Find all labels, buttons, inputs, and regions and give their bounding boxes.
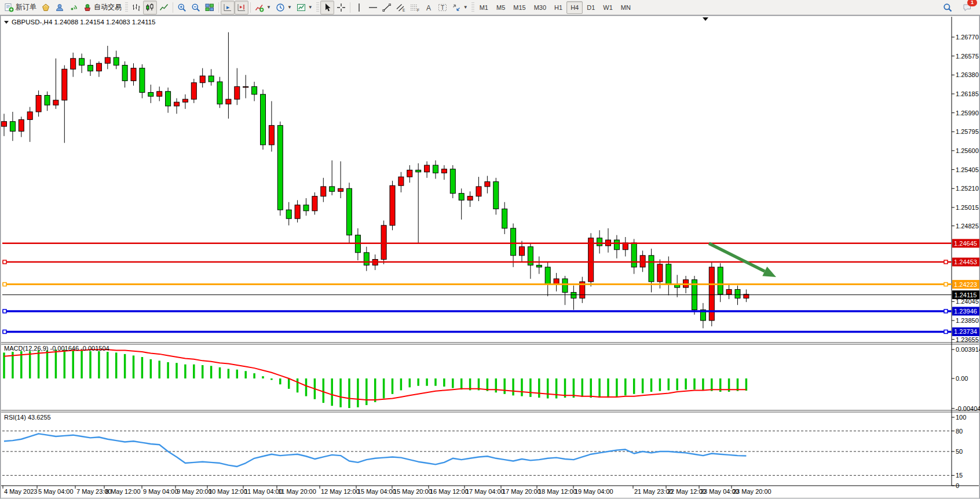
text-button[interactable]: A <box>422 1 436 14</box>
chevron-down-icon[interactable]: ▼ <box>266 5 271 10</box>
price-badge-1.23946[interactable]: 1.23946 <box>952 307 979 315</box>
chart-shift-icon <box>237 3 246 12</box>
svg-text:0.00: 0.00 <box>956 375 968 382</box>
candle <box>191 79 196 103</box>
candle <box>390 181 395 230</box>
community-icon <box>55 3 64 12</box>
svg-text:E: E <box>403 8 405 12</box>
line-handle[interactable] <box>3 283 6 286</box>
timeframe-m1-button[interactable]: M1 <box>476 1 492 14</box>
chart-title: GBPUSD-,H4 1.24088 1.24154 1.24083 1.241… <box>4 19 156 26</box>
svg-text:80: 80 <box>956 428 963 435</box>
search-button[interactable] <box>941 1 955 14</box>
svg-text:5 May 04:00: 5 May 04:00 <box>38 488 74 495</box>
candle <box>709 263 714 327</box>
auto-trading-button[interactable]: 自动交易 <box>81 1 124 14</box>
market-icon <box>41 3 50 12</box>
new-order-button[interactable]: 新订单 <box>2 1 39 14</box>
periods-icon <box>276 3 285 12</box>
market-button[interactable] <box>39 1 53 14</box>
bar-chart-button[interactable] <box>129 1 143 14</box>
timeframe-mn-button[interactable]: MN <box>617 1 635 14</box>
price-badge-1.24223[interactable]: 1.24223 <box>952 280 979 289</box>
svg-text:1.25210: 1.25210 <box>956 185 979 192</box>
crosshair-icon <box>337 3 346 12</box>
svg-text:15: 15 <box>956 472 963 479</box>
chevron-down-icon[interactable]: ▼ <box>308 5 313 10</box>
svg-text:1.26770: 1.26770 <box>956 34 979 41</box>
toolbar: 新订单自动交易▼▼▼EFAT▼M1M5M15M30H1H4D1W1MN1 <box>0 0 980 15</box>
price-badge-1.23734[interactable]: 1.23734 <box>952 327 979 336</box>
horizontal-line-button[interactable] <box>366 1 380 14</box>
current-price-badge[interactable]: 1.24115 <box>952 290 979 299</box>
candle <box>381 221 386 264</box>
timeframe-m5-button[interactable]: M5 <box>492 1 509 14</box>
periods-button[interactable]: ▼ <box>273 1 294 14</box>
notification-badge: 1 <box>967 0 977 6</box>
svg-text:16 May 12:00: 16 May 12:00 <box>430 488 469 495</box>
chart-shift-button[interactable] <box>235 1 248 14</box>
cursor-button[interactable] <box>320 1 334 14</box>
timeframe-d1-button[interactable]: D1 <box>583 1 599 14</box>
templates-button[interactable]: ▼ <box>294 1 315 14</box>
trendline-button[interactable] <box>380 1 394 14</box>
rsi-label: RSI(14) 43.6255 <box>4 414 51 421</box>
svg-text:18 May 12:00: 18 May 12:00 <box>538 488 577 495</box>
line-handle[interactable] <box>944 309 948 313</box>
arrows-shapes-button[interactable]: ▼ <box>449 1 470 14</box>
indicators-button[interactable]: ▼ <box>253 1 273 14</box>
line-handle[interactable] <box>944 260 948 264</box>
svg-text:19 May 04:00: 19 May 04:00 <box>575 488 613 495</box>
crosshair-button[interactable] <box>334 1 348 14</box>
chevron-down-icon[interactable]: ▼ <box>463 5 468 10</box>
svg-text:1.25600: 1.25600 <box>956 147 979 154</box>
candlestick-chart-icon <box>145 3 155 12</box>
toolbar-grip[interactable] <box>471 2 474 13</box>
price-badge-1.24645[interactable]: 1.24645 <box>952 239 979 247</box>
notifications-button[interactable]: 1 <box>960 1 974 14</box>
timeframe-m30-button[interactable]: M30 <box>530 1 550 14</box>
vertical-line-icon <box>354 3 364 12</box>
vertical-line-button[interactable] <box>352 1 366 14</box>
candle <box>217 77 222 108</box>
svg-text:23 May 20:00: 23 May 20:00 <box>733 488 771 495</box>
line-handle[interactable] <box>944 283 948 286</box>
timeframe-m15-button[interactable]: M15 <box>509 1 529 14</box>
toolbar-grip[interactable] <box>316 2 319 13</box>
chevron-down-icon[interactable]: ▼ <box>287 5 292 10</box>
new-order-label: 新订单 <box>16 2 36 12</box>
fibonacci-button[interactable]: F <box>408 1 422 14</box>
line-handle[interactable] <box>3 260 6 264</box>
timeframe-w1-button[interactable]: W1 <box>599 1 617 14</box>
svg-text:1.24223: 1.24223 <box>954 281 977 288</box>
line-handle[interactable] <box>3 309 6 313</box>
line-handle[interactable] <box>3 330 6 333</box>
text-label-button[interactable]: T <box>436 1 449 14</box>
timeframe-h4-button[interactable]: H4 <box>566 1 583 14</box>
toolbar-separator <box>173 2 173 13</box>
equidistant-channel-button[interactable]: E <box>394 1 408 14</box>
timeframe-h1-button[interactable]: H1 <box>550 1 566 14</box>
toolbar-grip[interactable] <box>125 2 128 13</box>
svg-text:11 May 20:00: 11 May 20:00 <box>278 488 316 495</box>
community-button[interactable] <box>53 1 67 14</box>
svg-text:50: 50 <box>956 448 963 455</box>
auto-scroll-button[interactable] <box>221 1 235 14</box>
trendline-icon <box>382 3 392 12</box>
chart-canvas[interactable]: 1.267701.265751.263801.261851.259901.257… <box>0 15 980 499</box>
zoom-in-icon <box>177 3 187 12</box>
toolbar-separator <box>350 2 350 13</box>
candle <box>450 165 455 198</box>
zoom-out-button[interactable] <box>189 1 203 14</box>
tile-windows-button[interactable] <box>203 1 217 14</box>
signals-button[interactable] <box>67 1 81 14</box>
line-handle[interactable] <box>944 330 948 333</box>
price-badge-1.24453[interactable]: 1.24453 <box>952 258 979 267</box>
line-chart-button[interactable] <box>157 1 171 14</box>
svg-text:GBPUSD-,H4 1.24088 1.24154 1.: GBPUSD-,H4 1.24088 1.24154 1.24083 1.241… <box>12 19 156 26</box>
zoom-in-button[interactable] <box>175 1 189 14</box>
indicators-icon <box>255 3 264 12</box>
svg-text:15 May 04:00: 15 May 04:00 <box>357 488 396 495</box>
svg-text:0.003914: 0.003914 <box>956 346 980 353</box>
candlestick-chart-button[interactable] <box>143 1 157 14</box>
